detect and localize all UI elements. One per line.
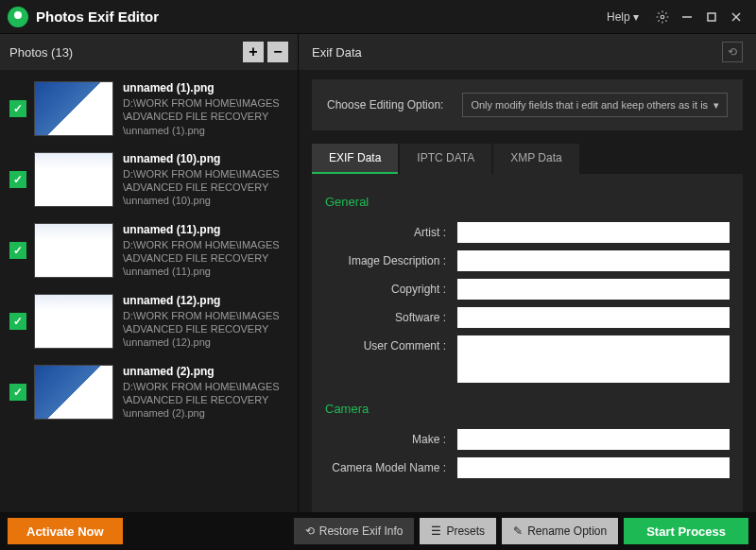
activate-button[interactable]: Activate Now <box>8 518 123 544</box>
photo-info: unnamed (2).png D:\WORK FROM HOME\IMAGES… <box>123 365 288 421</box>
chevron-down-icon: ▾ <box>713 99 719 112</box>
field-label: User Comment : <box>325 335 457 352</box>
field-row: Artist : <box>325 222 730 243</box>
photo-thumbnail[interactable] <box>34 294 113 349</box>
field-input[interactable] <box>457 250 730 271</box>
maximize-button[interactable] <box>699 5 724 29</box>
photo-item[interactable]: unnamed (10).png D:\WORK FROM HOME\IMAGE… <box>4 146 294 214</box>
settings-button[interactable] <box>650 5 675 29</box>
restore-exif-button[interactable]: ⟲Restore Exif Info <box>294 518 415 544</box>
field-label: Artist : <box>325 222 457 239</box>
field-input[interactable] <box>457 429 730 450</box>
remove-photo-button[interactable]: − <box>267 42 288 62</box>
refresh-button[interactable]: ⟲ <box>722 42 743 62</box>
sidebar-header: Photos (13) + − <box>0 34 298 70</box>
editing-option-dropdown[interactable]: Only modify fields that i edit and keep … <box>462 93 728 117</box>
exif-data-title: Exif Data <box>312 45 362 60</box>
photo-info: unnamed (12).png D:\WORK FROM HOME\IMAGE… <box>123 294 288 350</box>
photo-item[interactable]: unnamed (11).png D:\WORK FROM HOME\IMAGE… <box>4 217 294 284</box>
field-input[interactable] <box>457 335 730 383</box>
rename-option-button[interactable]: ✎Rename Option <box>502 518 618 544</box>
presets-icon: ☰ <box>431 524 441 538</box>
photo-thumbnail[interactable] <box>34 223 113 278</box>
presets-button[interactable]: ☰Presets <box>420 518 496 544</box>
field-row: Make : <box>325 429 730 450</box>
photos-count: Photos (13) <box>9 45 73 60</box>
editing-option-row: Choose Editing Option: Only modify field… <box>312 79 743 130</box>
dropdown-value: Only modify fields that i edit and keep … <box>471 99 708 111</box>
photo-thumbnail[interactable] <box>34 152 113 207</box>
photo-item[interactable]: unnamed (1).png D:\WORK FROM HOME\IMAGES… <box>4 76 294 143</box>
start-process-button[interactable]: Start Process <box>624 518 748 544</box>
photo-path: D:\WORK FROM HOME\IMAGES\ADVANCED FILE R… <box>123 380 288 421</box>
photo-path: D:\WORK FROM HOME\IMAGES\ADVANCED FILE R… <box>123 96 288 137</box>
photo-info: unnamed (1).png D:\WORK FROM HOME\IMAGES… <box>123 81 288 137</box>
photo-filename: unnamed (12).png <box>123 294 288 307</box>
footer-bar: Activate Now ⟲Restore Exif Info ☰Presets… <box>0 512 756 550</box>
help-menu[interactable]: Help ▾ <box>607 10 639 24</box>
photo-path: D:\WORK FROM HOME\IMAGES\ADVANCED FILE R… <box>123 238 288 279</box>
photo-thumbnail[interactable] <box>34 365 113 420</box>
field-input[interactable] <box>457 307 730 328</box>
photo-info: unnamed (10).png D:\WORK FROM HOME\IMAGE… <box>123 152 288 208</box>
exif-form: General Artist : Image Description : Cop… <box>312 174 743 512</box>
app-logo-icon <box>8 7 28 27</box>
svg-rect-2 <box>708 13 715 21</box>
field-input[interactable] <box>457 457 730 478</box>
field-label: Image Description : <box>325 250 457 267</box>
field-row: Image Description : <box>325 250 730 271</box>
minimize-button[interactable] <box>675 5 699 29</box>
app-title: Photos Exif Editor <box>36 9 159 25</box>
field-label: Copyright : <box>325 279 457 296</box>
rename-icon: ✎ <box>513 524 523 538</box>
photo-filename: unnamed (2).png <box>123 365 288 378</box>
tab-iptc-data[interactable]: IPTC DATA <box>400 144 491 174</box>
svg-point-0 <box>661 15 664 19</box>
photo-checkbox[interactable] <box>9 242 26 259</box>
photo-filename: unnamed (1).png <box>123 81 288 95</box>
field-label: Make : <box>325 429 457 446</box>
tab-exif-data[interactable]: EXIF Data <box>312 144 398 174</box>
data-tabs: EXIF DataIPTC DATAXMP Data <box>299 130 756 174</box>
field-input[interactable] <box>457 222 730 243</box>
field-label: Software : <box>325 307 457 324</box>
section-general: General <box>325 195 730 209</box>
photo-item[interactable]: unnamed (2).png D:\WORK FROM HOME\IMAGES… <box>4 359 294 426</box>
field-row: Camera Model Name : <box>325 457 730 478</box>
titlebar: Photos Exif Editor Help ▾ <box>0 0 756 34</box>
photo-thumbnail[interactable] <box>34 81 113 136</box>
main-header: Exif Data ⟲ <box>299 34 756 70</box>
photo-list[interactable]: unnamed (1).png D:\WORK FROM HOME\IMAGES… <box>0 70 298 512</box>
photo-checkbox[interactable] <box>9 313 26 330</box>
choose-option-label: Choose Editing Option: <box>327 98 443 112</box>
photo-path: D:\WORK FROM HOME\IMAGES\ADVANCED FILE R… <box>123 167 288 208</box>
section-camera: Camera <box>325 402 730 416</box>
field-input[interactable] <box>457 279 730 300</box>
restore-icon: ⟲ <box>305 524 315 538</box>
photo-checkbox[interactable] <box>9 100 26 117</box>
photo-info: unnamed (11).png D:\WORK FROM HOME\IMAGE… <box>123 223 288 279</box>
photo-filename: unnamed (11).png <box>123 223 288 236</box>
add-photo-button[interactable]: + <box>243 42 264 62</box>
main-panel: Exif Data ⟲ Choose Editing Option: Only … <box>299 34 756 512</box>
field-label: Camera Model Name : <box>325 457 457 474</box>
field-row: User Comment : <box>325 335 730 383</box>
tab-xmp-data[interactable]: XMP Data <box>493 144 578 174</box>
photo-path: D:\WORK FROM HOME\IMAGES\ADVANCED FILE R… <box>123 309 288 350</box>
photo-filename: unnamed (10).png <box>123 152 288 165</box>
sidebar: Photos (13) + − unnamed (1).png D:\WORK … <box>0 34 299 512</box>
close-button[interactable] <box>724 5 748 29</box>
photo-checkbox[interactable] <box>9 171 26 188</box>
photo-item[interactable]: unnamed (12).png D:\WORK FROM HOME\IMAGE… <box>4 288 294 355</box>
field-row: Software : <box>325 307 730 328</box>
field-row: Copyright : <box>325 279 730 300</box>
photo-checkbox[interactable] <box>9 384 26 401</box>
